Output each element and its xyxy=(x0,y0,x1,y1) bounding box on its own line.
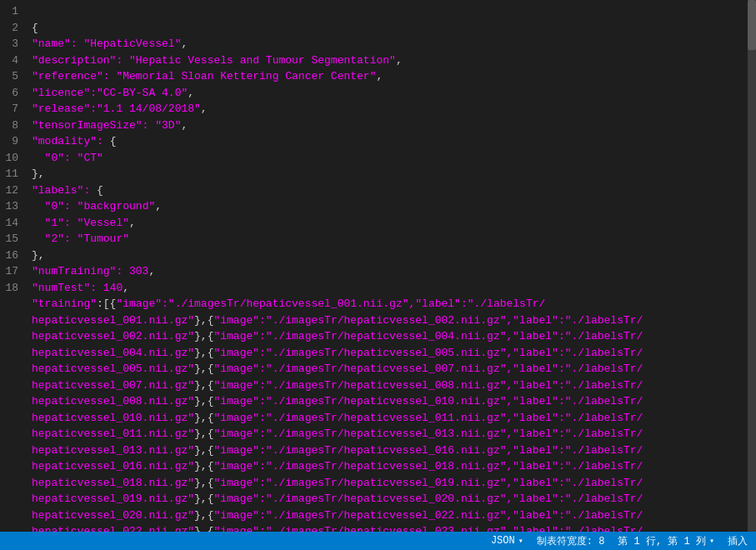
insert-mode[interactable]: 插入 xyxy=(728,534,748,548)
status-bar: JSON ▾ 制表符宽度: 8 第 1 行, 第 1 列 ▾ 插入 xyxy=(0,532,756,550)
insert-label: 插入 xyxy=(728,534,748,548)
scrollbar-thumb[interactable] xyxy=(748,0,756,50)
cursor-position: 第 1 行, 第 1 列 ▾ xyxy=(618,534,714,548)
status-right: JSON ▾ 制表符宽度: 8 第 1 行, 第 1 列 ▾ 插入 xyxy=(491,534,748,548)
format-selector[interactable]: JSON ▾ xyxy=(491,535,523,547)
tab-width-label: 制表符宽度: 8 xyxy=(537,534,605,548)
line-numbers: 1 2 3 4 5 6 7 8 9 10 11 12 13 14 15 16 1… xyxy=(0,0,25,532)
position-label: 第 1 行, 第 1 列 xyxy=(618,534,706,548)
position-chevron-icon: ▾ xyxy=(709,536,714,546)
tab-width-selector[interactable]: 制表符宽度: 8 xyxy=(537,534,605,548)
format-chevron-icon: ▾ xyxy=(518,536,523,546)
editor-area: 1 2 3 4 5 6 7 8 9 10 11 12 13 14 15 16 1… xyxy=(0,0,756,532)
code-content[interactable]: { "name": "HepaticVessel", "description"… xyxy=(25,0,756,532)
vertical-scrollbar[interactable] xyxy=(748,0,756,532)
format-label: JSON xyxy=(491,535,515,547)
